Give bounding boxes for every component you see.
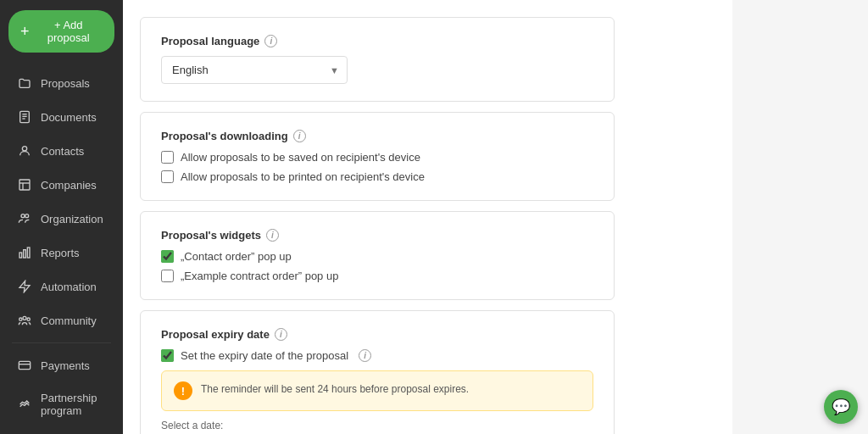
sidebar-nav: Proposals Documents Contacts Companies: [0, 63, 123, 434]
proposal-downloading-section: Proposal's downloading i Allow proposals…: [140, 112, 615, 201]
downloading-options: Allow proposals to be saved on recipient…: [161, 151, 593, 183]
proposal-expiry-label: Proposal expiry date i: [161, 328, 593, 341]
svg-point-16: [27, 318, 30, 320]
set-expiry-option[interactable]: Set the expiry date of the proposal i: [161, 349, 593, 362]
svg-rect-12: [27, 248, 30, 258]
allow-print-label: Allow proposals to be printed on recipie…: [181, 170, 425, 183]
reminder-banner-text: The reminder will be sent 24 hours befor…: [201, 381, 469, 397]
sidebar-documents-label: Documents: [41, 111, 97, 124]
example-contract-checkbox[interactable]: [161, 270, 174, 282]
proposal-language-section: Proposal language i English ▼: [140, 17, 615, 102]
sidebar-community-label: Community: [41, 314, 97, 327]
sidebar-item-reports[interactable]: Reports: [5, 236, 118, 269]
svg-rect-10: [19, 253, 22, 258]
proposal-language-label: Proposal language i: [161, 35, 593, 47]
sidebar-companies-label: Companies: [41, 179, 97, 192]
chart-icon: [17, 245, 32, 260]
sidebar-automation-label: Automation: [41, 281, 97, 293]
svg-point-9: [25, 214, 29, 218]
sidebar-item-proposals[interactable]: Proposals: [5, 67, 118, 99]
sidebar-item-contacts[interactable]: Contacts: [5, 135, 118, 167]
example-contract-label: „Example contract order” pop up: [181, 270, 338, 282]
svg-rect-11: [24, 250, 26, 258]
svg-point-15: [19, 318, 22, 320]
plus-icon: +: [20, 24, 30, 39]
folder-icon: [17, 75, 32, 91]
right-panel: [732, 0, 868, 434]
sidebar-partnership-label: Partnership program: [41, 392, 106, 417]
add-proposal-button[interactable]: + + Add proposal: [8, 10, 114, 53]
proposal-expiry-section: Proposal expiry date i Set the expiry da…: [140, 310, 615, 434]
svg-marker-13: [19, 281, 30, 292]
sidebar-item-payments[interactable]: Payments: [5, 349, 118, 381]
card-icon: [17, 358, 32, 373]
widgets-info-icon[interactable]: i: [266, 229, 279, 242]
contact-order-checkbox[interactable]: [161, 250, 174, 263]
building-icon: [17, 177, 32, 192]
language-select-wrapper: English ▼: [161, 56, 348, 84]
downloading-info-icon[interactable]: i: [293, 130, 306, 142]
set-expiry-checkbox[interactable]: [161, 349, 174, 362]
svg-point-8: [21, 214, 25, 218]
example-contract-option[interactable]: „Example contract order” pop up: [161, 270, 593, 282]
sidebar-payments-label: Payments: [41, 359, 90, 372]
document-icon: [17, 109, 32, 125]
sidebar-item-partnership[interactable]: Partnership program: [5, 383, 118, 426]
allow-print-option[interactable]: Allow proposals to be printed on recipie…: [161, 170, 593, 183]
sidebar-item-companies[interactable]: Companies: [5, 169, 118, 201]
svg-rect-5: [19, 180, 30, 190]
svg-point-14: [23, 316, 26, 320]
svg-point-4: [22, 147, 26, 151]
sidebar-item-community[interactable]: Community: [5, 304, 118, 337]
sidebar-item-integrations[interactable]: Integrations: [5, 427, 118, 434]
allow-save-label: Allow proposals to be saved on recipient…: [181, 151, 420, 164]
contact-order-option[interactable]: „Contact order” pop up: [161, 250, 593, 263]
sidebar-reports-label: Reports: [41, 247, 80, 259]
set-expiry-label: Set the expiry date of the proposal: [181, 349, 348, 362]
sidebar-item-automation[interactable]: Automation: [5, 270, 118, 303]
chat-icon: 💬: [832, 398, 850, 416]
sidebar-divider: [12, 342, 111, 343]
chat-bubble[interactable]: 💬: [824, 390, 858, 424]
allow-print-checkbox[interactable]: [161, 170, 174, 183]
person-icon: [17, 143, 32, 159]
main-content: Proposal language i English ▼ Proposal's…: [123, 0, 732, 434]
reminder-banner: ! The reminder will be sent 24 hours bef…: [161, 370, 593, 411]
sidebar: + + Add proposal Proposals Documents Con…: [0, 0, 123, 434]
lightning-icon: [17, 279, 32, 294]
warning-icon: !: [174, 381, 192, 400]
contact-order-label: „Contact order” pop up: [181, 250, 292, 263]
proposal-widgets-label: Proposal's widgets i: [161, 229, 593, 242]
group-icon: [17, 313, 32, 328]
users-icon: [17, 211, 32, 226]
sidebar-proposals-label: Proposals: [41, 77, 90, 90]
proposal-downloading-label: Proposal's downloading i: [161, 130, 593, 142]
language-select[interactable]: English: [161, 56, 348, 84]
sidebar-contacts-label: Contacts: [41, 145, 84, 158]
widgets-options: „Contact order” pop up „Example contract…: [161, 250, 593, 282]
proposal-widgets-section: Proposal's widgets i „Contact order” pop…: [140, 211, 615, 300]
set-expiry-info-icon[interactable]: i: [359, 349, 371, 362]
svg-rect-17: [19, 361, 30, 369]
expiry-info-icon[interactable]: i: [275, 328, 287, 341]
handshake-icon: [17, 397, 32, 412]
sidebar-item-organization[interactable]: Organization: [5, 203, 118, 235]
allow-save-option[interactable]: Allow proposals to be saved on recipient…: [161, 151, 593, 164]
add-proposal-label: + Add proposal: [35, 19, 103, 44]
date-field-label: Select a date:: [161, 420, 593, 431]
sidebar-organization-label: Organization: [41, 213, 103, 225]
allow-save-checkbox[interactable]: [161, 151, 174, 164]
proposal-language-info-icon[interactable]: i: [264, 35, 277, 47]
sidebar-item-documents[interactable]: Documents: [5, 101, 118, 133]
